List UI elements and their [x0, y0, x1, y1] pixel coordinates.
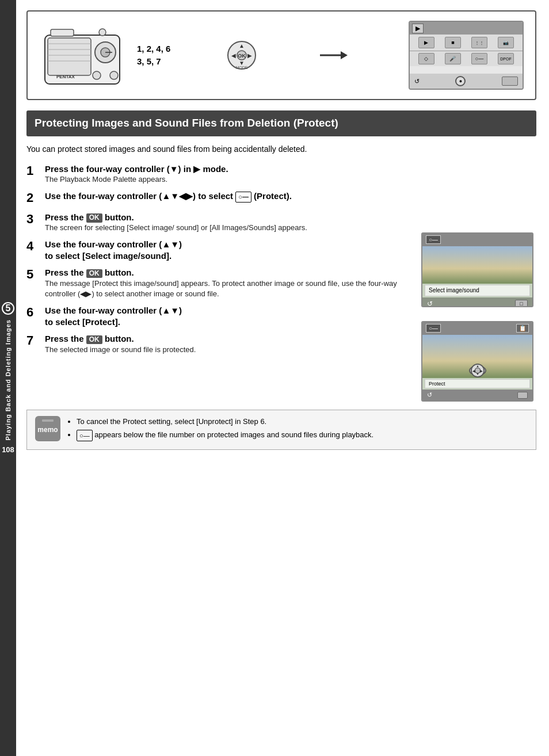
- svg-text:◀: ◀: [231, 52, 236, 59]
- step-6-content: Use the four-way controller (▲▼)to selec…: [45, 305, 415, 327]
- step-1-number: 1: [26, 163, 45, 178]
- protect-symbol-memo: ○—: [77, 430, 93, 442]
- step-2-number: 2: [26, 190, 45, 205]
- section-title: Protecting Images and Sound Files from D…: [35, 117, 338, 129]
- step-4: 4 Use the four-way controller (▲▼)to sel…: [26, 239, 415, 261]
- screen2-ok-button: ▲ ▼ ◀ ▶: [469, 365, 486, 376]
- screen2-bottom-bar: ↺: [422, 390, 532, 401]
- step-5-title: Press the OK button.: [45, 267, 415, 278]
- step-3-number: 3: [26, 212, 45, 227]
- chapter-label: Playing Back and Deleting Images: [5, 319, 12, 441]
- screen2-top-bar: ○— 📋: [422, 322, 532, 335]
- svg-text:MODE: MODE: [235, 66, 247, 70]
- step-3: 3 Press the OK button. The screen for se…: [26, 212, 415, 234]
- svg-text:OK: OK: [238, 53, 246, 59]
- step-7-title: Press the OK button.: [45, 333, 415, 345]
- arrow-icon: [313, 47, 353, 64]
- step-6: 6 Use the four-way controller (▲▼)to sel…: [26, 305, 415, 327]
- step-5-content: Press the OK button. The message [Protec…: [45, 267, 415, 299]
- steps-left: 1 Press the four-way controller (▼) in ▶…: [26, 163, 415, 402]
- intro-text: You can protect stored images and sound …: [26, 143, 536, 155]
- svg-point-7: [99, 29, 106, 36]
- step-3-content: Press the OK button. The screen for sele…: [45, 212, 415, 234]
- screen-image-1: ○— Select image/sound ↺ □: [421, 232, 533, 307]
- section-header: Protecting Images and Sound Files from D…: [26, 110, 536, 136]
- svg-marker-23: [341, 51, 348, 59]
- svg-text:▶: ▶: [247, 52, 252, 59]
- step-5-desc: The message [Protect this image/sound] a…: [45, 278, 415, 299]
- svg-point-11: [110, 71, 118, 79]
- main-content: PENTAX 1, 2, 4, 6 3, 5, 7 ▲ ▼ ◀ ▶ OK: [16, 0, 549, 756]
- step-1-desc: The Playback Mode Palette appears.: [45, 174, 415, 185]
- step-3-desc: The screen for selecting [Select image/ …: [45, 223, 415, 233]
- memo-icon: memo: [35, 416, 60, 441]
- svg-rect-6: [51, 29, 74, 36]
- svg-text:▼: ▼: [476, 372, 479, 376]
- step-4-title: Use the four-way controller (▲▼)to selec…: [45, 239, 415, 261]
- memo-bullet-1: To cancel the Protect setting, select [U…: [77, 416, 373, 427]
- svg-text:▲: ▲: [476, 364, 479, 367]
- page-number: 108: [2, 445, 14, 454]
- screen-image-2: ○— 📋 ▲ ▼ ◀ ▶: [421, 321, 533, 402]
- step-7-desc: The selected image or sound file is prot…: [45, 345, 415, 355]
- screen-diagram: ▶ ▶ ■ ⋮⋮ 📷 ◇ 🎤 ○— DPOF ↺ ●: [409, 21, 524, 90]
- step-7-number: 7: [26, 333, 45, 348]
- screen1-top-bar: ○—: [422, 234, 532, 246]
- memo-box: memo To cancel the Protect setting, sele…: [26, 410, 536, 450]
- screen2-photo-area: ▲ ▼ ◀ ▶: [422, 335, 532, 378]
- step-2-title: Use the four-way controller (▲▼◀▶) to se…: [45, 190, 415, 202]
- step-labels-line1: 1, 2, 4, 6: [137, 43, 170, 56]
- step-3-title: Press the OK button.: [45, 212, 415, 223]
- step-6-number: 6: [26, 305, 45, 320]
- steps-area: 1 Press the four-way controller (▼) in ▶…: [26, 163, 536, 402]
- svg-point-10: [93, 71, 101, 79]
- camera-diagram: PENTAX 1, 2, 4, 6 3, 5, 7: [39, 21, 170, 90]
- svg-text:▶: ▶: [480, 369, 483, 372]
- memo-content: To cancel the Protect setting, select [U…: [67, 416, 373, 444]
- step-5: 5 Press the OK button. The message [Prot…: [26, 267, 415, 299]
- step-1-content: Press the four-way controller (▼) in ▶ m…: [45, 163, 415, 185]
- step-2-content: Use the four-way controller (▲▼◀▶) to se…: [45, 190, 415, 202]
- step-7-content: Press the OK button. The selected image …: [45, 333, 415, 355]
- screen2-selection-bar1: Protect: [425, 379, 530, 388]
- step-4-number: 4: [26, 239, 45, 254]
- step-2: 2 Use the four-way controller (▲▼◀▶) to …: [26, 190, 415, 205]
- step-1-title: Press the four-way controller (▼) in ▶ m…: [45, 163, 415, 175]
- camera-illustration: PENTAX: [39, 21, 131, 90]
- step-1: 1 Press the four-way controller (▼) in ▶…: [26, 163, 415, 185]
- diagram-box: PENTAX 1, 2, 4, 6 3, 5, 7 ▲ ▼ ◀ ▶ OK: [26, 10, 536, 100]
- svg-text:▲: ▲: [239, 43, 245, 49]
- ok-button-icon: ▲ ▼ ◀ ▶ OK MODE: [226, 40, 258, 71]
- screen-image-2-spacer: ○— 📋 ▲ ▼ ◀ ▶: [421, 321, 536, 402]
- side-tab: 5 Playing Back and Deleting Images 108: [0, 0, 16, 756]
- step-labels: 1, 2, 4, 6 3, 5, 7: [137, 43, 170, 68]
- screen-image-1-spacer: ○— Select image/sound ↺ □: [421, 232, 536, 307]
- screen1-photo: [422, 246, 532, 284]
- svg-text:memo: memo: [37, 426, 58, 434]
- svg-rect-32: [42, 419, 54, 422]
- steps-right: ○— Select image/sound ↺ □ ○—: [415, 163, 536, 402]
- screen1-bottom-bar: ↺ □: [422, 297, 532, 307]
- step-6-title: Use the four-way controller (▲▼)to selec…: [45, 305, 415, 327]
- memo-bullet-2: ○— appears below the file number on prot…: [77, 429, 373, 441]
- chapter-number: 5: [2, 302, 14, 315]
- screen1-selection-bar1: Select image/sound: [425, 285, 530, 296]
- protect-icon-1: ○—: [426, 235, 441, 244]
- step-4-content: Use the four-way controller (▲▼)to selec…: [45, 239, 415, 261]
- step-5-number: 5: [26, 267, 45, 282]
- svg-text:PENTAX: PENTAX: [56, 74, 75, 79]
- svg-text:◀: ◀: [472, 369, 475, 372]
- step-labels-line2: 3, 5, 7: [137, 55, 170, 68]
- step-7: 7 Press the OK button. The selected imag…: [26, 333, 415, 355]
